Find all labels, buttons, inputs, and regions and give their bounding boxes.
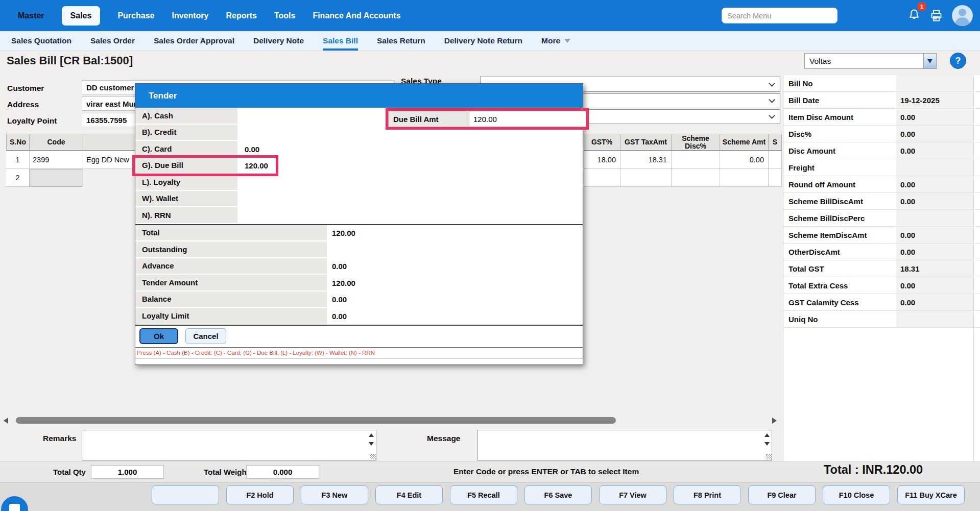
tender-row-loyalty[interactable]: L). Loyalty (135, 174, 583, 191)
bill-label: Bill Date (783, 92, 896, 108)
ok-button[interactable]: Ok (139, 328, 178, 344)
f2-hold-button[interactable]: F2 Hold (226, 485, 294, 504)
col-header-clipped: S (769, 134, 782, 151)
bill-value: 0.00 (896, 142, 973, 159)
total-weight-label: Total Weight (204, 468, 249, 476)
scroll-left-arrow[interactable] (4, 418, 8, 424)
col-header-scheme-amt: Scheme Amt (720, 134, 769, 151)
tender-row-label: C). Card (135, 141, 237, 158)
remarks-textarea[interactable] (82, 430, 376, 461)
menu-finance-accounts[interactable]: Finance And Accounts (313, 11, 400, 20)
bill-row-total-extra-cess: Total Extra Cess0.00 (783, 277, 980, 294)
tab-sales-bill[interactable]: Sales Bill (323, 31, 358, 51)
total-qty-input[interactable] (91, 465, 164, 479)
cell-scheme-amt (720, 169, 769, 187)
chevron-down-icon (769, 112, 775, 119)
tender-row-value (237, 174, 245, 191)
fkey-blank-button[interactable] (152, 485, 219, 504)
f4-edit-button[interactable]: F4 Edit (375, 485, 443, 504)
f5-recall-button[interactable]: F5 Recall (450, 485, 517, 504)
f6-save-button[interactable]: F6 Save (524, 485, 592, 504)
tab-sales-order[interactable]: Sales Order (90, 31, 135, 51)
loyalty-point-label: Loyalty Point (7, 116, 57, 126)
bill-value: 0.00 (896, 227, 973, 243)
total-qty-label: Total Qty (53, 468, 86, 476)
bill-row-uniq-no: Uniq No (783, 311, 980, 328)
f11-buy-xcare-button[interactable]: F11 Buy XCare (897, 485, 965, 504)
scroll-right-arrow[interactable] (772, 418, 777, 424)
f7-view-button[interactable]: F7 View (599, 485, 666, 504)
scroll-down-icon[interactable] (369, 442, 374, 446)
bill-row-scheme-itemdiscamt: Scheme ItemDiscAmt0.00 (783, 227, 980, 244)
summary-label: Loyalty Limit (135, 308, 327, 325)
scroll-up-icon[interactable] (369, 433, 374, 437)
summary-value (327, 241, 332, 258)
brand-select-dropdown-button[interactable] (923, 54, 936, 68)
menu-inventory[interactable]: Inventory (172, 11, 208, 20)
bill-row-disc-pct: Disc%0.00 (783, 126, 980, 142)
summary-value: 120.00 (327, 275, 355, 291)
cell-gst-taxamt: 18.31 (620, 151, 672, 169)
bill-label: Scheme ItemDiscAmt (783, 227, 896, 243)
menu-reports[interactable]: Reports (226, 11, 256, 20)
f8-print-button[interactable]: F8 Print (674, 485, 741, 504)
menu-sales-active[interactable]: Sales (62, 6, 101, 26)
bill-value: 18.31 (896, 260, 973, 277)
print-icon[interactable] (929, 9, 944, 23)
tab-delivery-note[interactable]: Delivery Note (253, 31, 304, 51)
due-bill-amt-input[interactable] (469, 111, 586, 127)
tab-more-label: More (541, 36, 560, 45)
help-button[interactable]: ? (950, 53, 966, 69)
summary-label: Total (135, 225, 327, 242)
tender-summary-total: Total 120.00 (135, 225, 583, 242)
bill-label: OtherDiscAmt (783, 244, 896, 260)
resize-grip[interactable] (370, 454, 376, 459)
chat-bubble-icon (9, 504, 20, 511)
scroll-down-icon[interactable] (764, 442, 770, 446)
cell-sno: 1 (6, 151, 30, 169)
summary-label: Balance (135, 291, 327, 308)
bill-row-scheme-billdiscamt: Scheme BillDiscAmt0.00 (783, 193, 980, 210)
col-header-scheme-disc: Scheme Disc% (672, 134, 720, 151)
bill-summary-panel: Bill No Bill Date19-12-2025 Item Disc Am… (783, 75, 980, 462)
tender-row-card[interactable]: C). Card 0.00 (135, 141, 583, 158)
total-weight-input[interactable] (246, 465, 319, 479)
bill-value: 0.00 (896, 244, 973, 260)
items-table-right: GST% GST TaxAmt Scheme Disc% Scheme Amt … (584, 134, 782, 187)
menu-master[interactable]: Master (18, 11, 44, 20)
f10-close-button[interactable]: F10 Close (823, 485, 890, 504)
cancel-button[interactable]: Cancel (185, 328, 226, 344)
tab-sales-quotation[interactable]: Sales Quotation (11, 31, 71, 51)
col-header-code: Code (30, 134, 83, 151)
tab-more[interactable]: More (541, 31, 570, 51)
horizontal-scrollbar-thumb[interactable] (16, 417, 616, 424)
user-avatar[interactable] (952, 5, 973, 26)
bill-row-bill-date: Bill Date19-12-2025 (783, 92, 980, 109)
summary-value: 0.00 (327, 291, 347, 308)
due-bill-amt-highlight: Due Bill Amt (386, 108, 589, 130)
scroll-up-icon[interactable] (764, 433, 770, 437)
tab-sales-order-approval[interactable]: Sales Order Approval (154, 31, 234, 51)
cell-clipped (769, 151, 782, 169)
tender-summary-balance: Balance 0.00 (135, 291, 583, 308)
bill-row-round-off: Round off Amount0.00 (783, 176, 980, 193)
menu-purchase[interactable]: Purchase (117, 11, 154, 20)
search-input[interactable] (722, 8, 838, 23)
message-textarea[interactable] (477, 430, 772, 461)
brand-select[interactable]: Voltas (804, 53, 937, 69)
cell-code-input[interactable] (30, 169, 83, 187)
bill-value (896, 210, 973, 226)
cell-code: 2399 (30, 151, 83, 169)
tab-delivery-note-return[interactable]: Delivery Note Return (444, 31, 522, 51)
bill-label: Total GST (783, 260, 896, 277)
tender-row-wallet[interactable]: W). Wallet (135, 191, 583, 208)
bill-label: GST Calamity Cess (783, 294, 896, 310)
f3-new-button[interactable]: F3 New (301, 485, 368, 504)
item-entry-hint: Enter Code or press ENTER or TAB to sele… (453, 467, 639, 476)
tender-row-rrn[interactable]: N). RRN (135, 207, 583, 224)
f9-clear-button[interactable]: F9 Clear (748, 485, 816, 504)
resize-grip[interactable] (766, 454, 772, 459)
tender-row-due-bill[interactable]: G). Due Bill 120.00 (135, 158, 583, 175)
tab-sales-return[interactable]: Sales Return (377, 31, 425, 51)
menu-tools[interactable]: Tools (274, 11, 295, 20)
